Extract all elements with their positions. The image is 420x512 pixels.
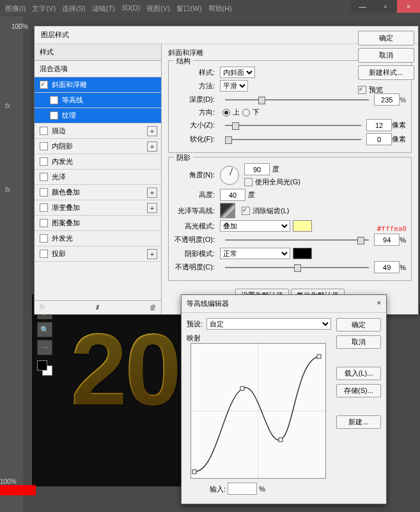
angle-dial[interactable] <box>220 166 239 185</box>
window-close[interactable]: × <box>397 0 420 13</box>
add-icon[interactable]: + <box>147 188 157 198</box>
style-gradient-overlay[interactable]: 渐变叠加+ <box>35 200 161 216</box>
menu-filter[interactable]: 滤镜(T) <box>92 4 115 13</box>
gloss-label: 光泽等高线: <box>174 206 215 216</box>
add-icon[interactable]: + <box>147 126 157 136</box>
style-contour[interactable]: 等高线 <box>35 93 161 108</box>
soften-input[interactable] <box>366 133 392 145</box>
contour-cancel-button[interactable]: 取消 <box>336 335 381 349</box>
left-panel: fx fx <box>0 16 23 512</box>
misc-tool-icon[interactable]: ⋯ <box>37 340 52 355</box>
zoom-tool-icon[interactable]: 🔍 <box>37 322 52 337</box>
checkbox[interactable] <box>40 142 48 150</box>
highlight-opacity-input[interactable] <box>374 234 400 246</box>
fx-icon[interactable]: fx <box>5 102 10 109</box>
direction-up-radio[interactable] <box>222 109 230 116</box>
checkbox[interactable] <box>40 173 48 181</box>
style-bevel-emboss[interactable]: 斜面和浮雕 <box>35 77 161 93</box>
dir-down: 下 <box>253 108 260 117</box>
checkbox[interactable] <box>40 219 48 227</box>
highlight-color-swatch[interactable] <box>293 220 312 232</box>
contour-new-button[interactable]: 新建... <box>336 415 381 429</box>
soften-slider[interactable] <box>225 139 361 140</box>
depth-input[interactable] <box>374 93 400 106</box>
checkbox[interactable] <box>40 188 48 196</box>
menu-window[interactable]: 窗口(W) <box>176 4 202 13</box>
add-icon[interactable]: + <box>147 141 157 152</box>
shadow-opacity-slider[interactable] <box>225 267 369 268</box>
style-label: 等高线 <box>62 95 83 105</box>
zoom-level: 100% <box>12 23 28 30</box>
contour-save-button[interactable]: 存储(S)... <box>336 384 381 397</box>
style-outer-glow[interactable]: 外发光 <box>35 231 161 246</box>
menu-3d[interactable]: 3D(D) <box>121 4 140 13</box>
style-inner-glow[interactable]: 内发光 <box>35 154 161 170</box>
depth-slider[interactable] <box>225 99 369 100</box>
global-light-checkbox[interactable] <box>244 178 253 186</box>
window-maximize[interactable]: ▫ <box>374 0 397 13</box>
checkbox[interactable] <box>50 111 58 120</box>
menu-help[interactable]: 帮助(H) <box>208 4 232 13</box>
checkbox[interactable] <box>40 81 48 89</box>
window-minimize[interactable]: — <box>351 0 374 13</box>
anti-alias-checkbox[interactable] <box>242 207 250 215</box>
color-chips[interactable] <box>37 360 52 376</box>
style-texture[interactable]: 纹理 <box>35 108 161 124</box>
shadow-opacity-input[interactable] <box>374 261 400 273</box>
fx-icon[interactable]: fx <box>5 186 10 193</box>
add-icon[interactable]: + <box>147 249 157 259</box>
menu-type[interactable]: 文字(V) <box>32 4 56 13</box>
technique-select[interactable]: 平滑 <box>220 80 248 92</box>
layer-reorder-icon[interactable]: ⬍ <box>94 303 100 312</box>
checkbox[interactable] <box>40 250 48 258</box>
style-label: 投影 <box>52 249 66 259</box>
checkbox[interactable] <box>50 96 58 104</box>
checkbox[interactable] <box>40 127 48 135</box>
gloss-contour-picker[interactable] <box>220 203 235 218</box>
bevel-style-select[interactable]: 内斜面 <box>220 67 255 78</box>
unit: % <box>259 485 265 493</box>
preview-checkbox[interactable] <box>358 86 366 94</box>
menu-image[interactable]: 图像(I) <box>5 4 26 13</box>
contour-ok-button[interactable]: 确定 <box>336 318 381 332</box>
menu-select[interactable]: 选择(S) <box>62 4 86 13</box>
new-style-button[interactable]: 新建样式... <box>358 65 414 80</box>
menu-view[interactable]: 视图(V) <box>146 4 170 13</box>
style-label: 图案叠加 <box>52 218 80 228</box>
ok-button[interactable]: 确定 <box>358 31 414 45</box>
color-annotation: #fffea0 <box>377 225 407 233</box>
contour-load-button[interactable]: 载入(L)... <box>336 367 381 380</box>
cancel-button[interactable]: 取消 <box>358 48 414 63</box>
styles-header: 样式 <box>35 44 161 61</box>
fx-icon[interactable]: fx <box>40 303 45 312</box>
altitude-input[interactable] <box>220 189 245 201</box>
highlight-mode-select[interactable]: 叠加 <box>220 220 290 232</box>
close-icon[interactable]: × <box>377 299 381 308</box>
checkbox[interactable] <box>40 204 48 212</box>
style-inner-shadow[interactable]: 内阴影+ <box>35 139 161 154</box>
add-icon[interactable]: + <box>147 203 157 213</box>
size-slider[interactable] <box>225 125 361 126</box>
blending-options[interactable]: 混合选项 <box>35 61 161 77</box>
style-satin[interactable]: 光泽 <box>35 170 161 185</box>
canvas-text-layer: 20 <box>70 310 179 428</box>
preset-select[interactable]: 自定 <box>206 318 331 330</box>
size-input[interactable] <box>366 119 392 131</box>
checkbox[interactable] <box>40 234 48 243</box>
shadow-color-swatch[interactable] <box>293 248 312 259</box>
highlight-opacity-slider[interactable] <box>225 239 369 241</box>
preset-label: 预设: <box>187 319 203 329</box>
style-drop-shadow[interactable]: 投影+ <box>35 246 161 262</box>
style-color-overlay[interactable]: 颜色叠加+ <box>35 185 161 200</box>
svg-rect-3 <box>240 387 244 390</box>
angle-label: 角度(N): <box>174 170 215 180</box>
trash-icon[interactable]: 🗑 <box>149 303 156 312</box>
direction-down-radio[interactable] <box>242 109 250 116</box>
angle-input[interactable] <box>244 163 270 175</box>
style-stroke[interactable]: 描边+ <box>35 124 161 139</box>
contour-input-field[interactable] <box>228 483 257 495</box>
contour-curve-editor[interactable] <box>191 343 326 479</box>
style-pattern-overlay[interactable]: 图案叠加 <box>35 216 161 231</box>
checkbox[interactable] <box>40 157 48 166</box>
shadow-mode-select[interactable]: 正常 <box>220 248 290 259</box>
